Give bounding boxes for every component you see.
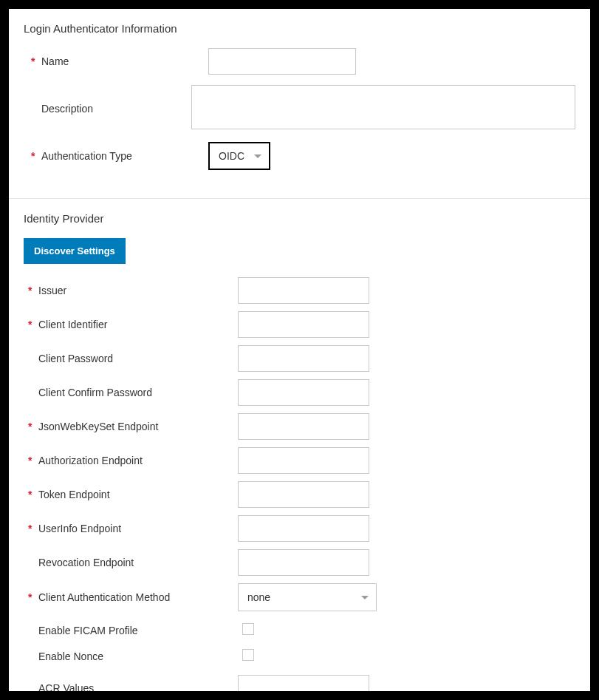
required-asterisk: * <box>28 455 38 466</box>
authz-label: Authorization Endpoint <box>38 455 143 466</box>
revocation-label: Revocation Endpoint <box>38 557 134 568</box>
nonce-label: Enable Nonce <box>38 650 103 662</box>
required-asterisk: * <box>28 591 38 603</box>
client-id-label: Client Identifier <box>38 319 107 330</box>
jwks-input[interactable] <box>238 413 369 440</box>
auth-method-label: Client Authentication Method <box>38 591 170 603</box>
description-label: Description <box>41 103 93 115</box>
client-pw-label: Client Password <box>38 353 113 364</box>
login-authenticator-title: Login Authenticator Information <box>24 22 575 35</box>
ficam-checkbox[interactable] <box>242 623 254 635</box>
acr-input[interactable] <box>238 675 369 691</box>
name-label: Name <box>41 55 69 67</box>
ficam-label: Enable FICAM Profile <box>38 625 138 636</box>
identity-provider-title: Identity Provider <box>24 212 575 225</box>
description-textarea[interactable] <box>191 85 575 129</box>
identity-provider-section: Identity Provider Discover Settings * Is… <box>9 198 590 691</box>
required-asterisk: * <box>28 319 38 330</box>
token-label: Token Endpoint <box>38 489 110 500</box>
required-asterisk: * <box>28 489 38 500</box>
auth-method-value: none <box>239 584 295 611</box>
issuer-label: Issuer <box>38 285 66 296</box>
auth-method-select[interactable]: none <box>238 583 377 611</box>
token-input[interactable] <box>238 481 369 508</box>
userinfo-input[interactable] <box>238 515 369 542</box>
userinfo-label: UserInfo Endpoint <box>38 523 121 534</box>
client-id-input[interactable] <box>238 311 369 338</box>
jwks-label: JsonWebKeySet Endpoint <box>38 421 158 432</box>
client-password-input[interactable] <box>238 345 369 372</box>
auth-type-select[interactable]: OIDC <box>208 142 270 170</box>
revocation-input[interactable] <box>238 549 369 576</box>
discover-settings-button[interactable]: Discover Settings <box>24 238 126 264</box>
issuer-input[interactable] <box>238 277 369 304</box>
chevron-down-icon <box>361 596 369 599</box>
required-asterisk: * <box>28 285 38 296</box>
chevron-down-icon <box>254 154 261 158</box>
authz-input[interactable] <box>238 447 369 474</box>
required-asterisk: * <box>31 150 41 162</box>
auth-type-label: Authentication Type <box>41 150 132 162</box>
login-authenticator-section: Login Authenticator Information * Name *… <box>9 9 590 198</box>
required-asterisk: * <box>28 421 38 432</box>
acr-label: ACR Values <box>38 682 94 691</box>
name-input[interactable] <box>208 48 356 75</box>
required-asterisk: * <box>28 523 38 534</box>
client-confirm-password-input[interactable] <box>238 379 369 406</box>
client-pw2-label: Client Confirm Password <box>38 387 152 398</box>
nonce-checkbox[interactable] <box>242 649 254 661</box>
required-asterisk: * <box>31 55 41 67</box>
